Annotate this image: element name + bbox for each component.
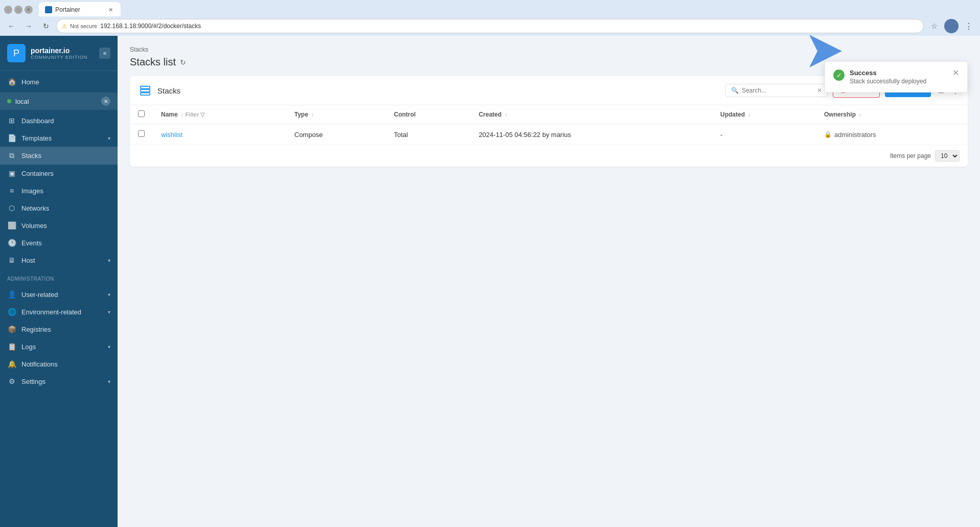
sidebar-item-stacks[interactable]: ⧉ Stacks [0, 147, 118, 165]
events-icon: 🕐 [7, 239, 16, 247]
close-button[interactable]: ✕ [25, 6, 33, 14]
browser-tabs: − □ ✕ Portainer ✕ [0, 0, 980, 16]
refresh-button[interactable]: ↻ [180, 58, 186, 66]
row-checkbox[interactable] [138, 130, 145, 137]
sidebar-item-notifications[interactable]: 🔔 Notifications [0, 355, 118, 373]
ownership-sort-icon[interactable]: ↕ [859, 112, 861, 118]
chevron-down-icon: ▾ [108, 135, 110, 141]
env-name: local [15, 98, 29, 105]
name-sort-icon[interactable]: ↕ [181, 112, 184, 118]
toast-close-button[interactable]: ✕ [952, 69, 959, 77]
sidebar-item-label: Templates [21, 134, 103, 142]
sidebar-item-images[interactable]: ≡ Images [0, 182, 118, 199]
sidebar-item-label: Environment-related [21, 308, 103, 316]
search-icon: 🔍 [731, 87, 739, 94]
environment-icon: 🌐 [7, 308, 16, 316]
ownership-header: Ownership ↕ [816, 105, 968, 124]
row-name-cell: wishlist [153, 124, 286, 145]
search-clear-button[interactable]: ✕ [817, 87, 822, 94]
images-icon: ≡ [7, 187, 16, 195]
row-created-cell: 2024-11-05 04:56:22 by marius [470, 124, 712, 145]
ownership-icon: 🔒 [824, 131, 832, 138]
toast-title: Success [850, 69, 947, 77]
filter-button[interactable]: Filter ▽ [185, 111, 204, 118]
created-sort-icon[interactable]: ↕ [505, 112, 507, 118]
sidebar: P portainer.io COMMUNITY EDITION « 🏠 Hom… [0, 36, 118, 527]
sidebar-item-label: Logs [21, 343, 103, 351]
sidebar-item-volumes[interactable]: ⬜ Volumes [0, 217, 118, 234]
updated-sort-icon[interactable]: ↕ [748, 112, 750, 118]
stack-name-link[interactable]: wishlist [161, 131, 183, 139]
search-input[interactable] [742, 87, 814, 94]
sidebar-item-home[interactable]: 🏠 Home [0, 73, 118, 90]
stacks-header-icon [138, 83, 152, 98]
dashboard-icon: ⊞ [7, 117, 16, 125]
sidebar-item-logs[interactable]: 📋 Logs ▾ [0, 338, 118, 355]
svg-rect-0 [141, 86, 150, 89]
updated-header: Updated ↕ [712, 105, 816, 124]
row-checkbox-cell [130, 124, 153, 145]
notifications-icon: 🔔 [7, 360, 16, 368]
row-control-cell: Total [386, 124, 471, 145]
toast-success-icon: ✓ [833, 70, 845, 81]
sidebar-item-networks[interactable]: ⬡ Networks [0, 199, 118, 217]
sidebar-item-label: Notifications [21, 360, 110, 368]
sidebar-item-events[interactable]: 🕐 Events [0, 234, 118, 251]
sidebar-item-templates[interactable]: 📄 Templates ▾ [0, 129, 118, 147]
svg-rect-1 [141, 89, 150, 92]
sidebar-item-label: Home [21, 78, 110, 86]
browser-tab[interactable]: Portainer ✕ [39, 2, 121, 17]
sidebar-item-dashboard[interactable]: ⊞ Dashboard [0, 112, 118, 129]
containers-icon: ▣ [7, 169, 16, 177]
sidebar-item-label: Host [21, 257, 103, 264]
minimize-button[interactable]: − [4, 6, 12, 14]
env-close-button[interactable]: ✕ [101, 97, 110, 106]
tab-favicon [45, 6, 52, 13]
tab-label: Portainer [55, 6, 80, 13]
sidebar-item-registries[interactable]: 📦 Registries [0, 320, 118, 338]
sidebar-item-settings[interactable]: ⚙ Settings ▾ [0, 373, 118, 390]
type-sort-icon[interactable]: ↕ [311, 112, 314, 118]
sidebar-env-section: ⊞ Dashboard 📄 Templates ▾ ⧉ Stacks ▣ Con… [0, 110, 118, 271]
sidebar-item-host[interactable]: 🖥 Host ▾ [0, 251, 118, 269]
sidebar-home-section: 🏠 Home [0, 71, 118, 93]
chevron-down-icon: ▾ [108, 379, 110, 384]
env-status-dot [7, 99, 11, 103]
reload-button[interactable]: ↻ [39, 19, 53, 33]
row-ownership-cell: 🔒 administrators [816, 124, 968, 145]
back-button[interactable]: ← [4, 19, 18, 33]
main-content: Stacks Stacks list ↻ Stacks 🔍 ✕ [118, 36, 980, 527]
browser-window-controls: − □ ✕ [4, 6, 33, 14]
sidebar-collapse-button[interactable]: « [99, 48, 110, 59]
per-page-select[interactable]: 10 25 50 [935, 150, 960, 162]
security-label: Not secure [70, 23, 97, 29]
env-header: local ✕ [0, 93, 118, 110]
host-icon: 🖥 [7, 256, 16, 264]
profile-button[interactable] [944, 19, 959, 33]
select-all-checkbox[interactable] [138, 110, 145, 117]
address-bar[interactable]: ⚠ Not secure 192.168.1.18:9000/#/2/docke… [56, 19, 924, 33]
row-updated-cell: - [712, 124, 816, 145]
registries-icon: 📦 [7, 325, 16, 333]
sidebar-item-label: Stacks [21, 152, 110, 159]
forward-button[interactable]: → [21, 19, 36, 33]
logo-text-group: portainer.io COMMUNITY EDITION [31, 47, 87, 60]
chevron-down-icon: ▾ [108, 309, 110, 315]
sidebar-item-label: Settings [21, 378, 103, 385]
admin-section-label: Administration [0, 271, 118, 284]
tab-close-button[interactable]: ✕ [106, 6, 115, 14]
breadcrumb: Stacks [130, 46, 968, 53]
restore-button[interactable]: □ [14, 6, 22, 14]
sidebar-item-label: Events [21, 239, 110, 247]
sidebar-item-user-related[interactable]: 👤 User-related ▾ [0, 286, 118, 303]
browser-menu-button[interactable]: ⋮ [962, 19, 976, 33]
sidebar-item-containers[interactable]: ▣ Containers [0, 165, 118, 182]
search-box[interactable]: 🔍 ✕ [725, 84, 828, 97]
ownership-value: administrators [834, 131, 876, 139]
sidebar-item-label: Registries [21, 326, 110, 333]
chevron-down-icon: ▾ [108, 344, 110, 350]
sidebar-item-environment-related[interactable]: 🌐 Environment-related ▾ [0, 303, 118, 320]
stacks-icon: ⧉ [7, 151, 16, 160]
bookmark-button[interactable]: ☆ [927, 19, 941, 33]
notification-toast: ✓ Success Stack successfully deployed ✕ [825, 61, 968, 93]
